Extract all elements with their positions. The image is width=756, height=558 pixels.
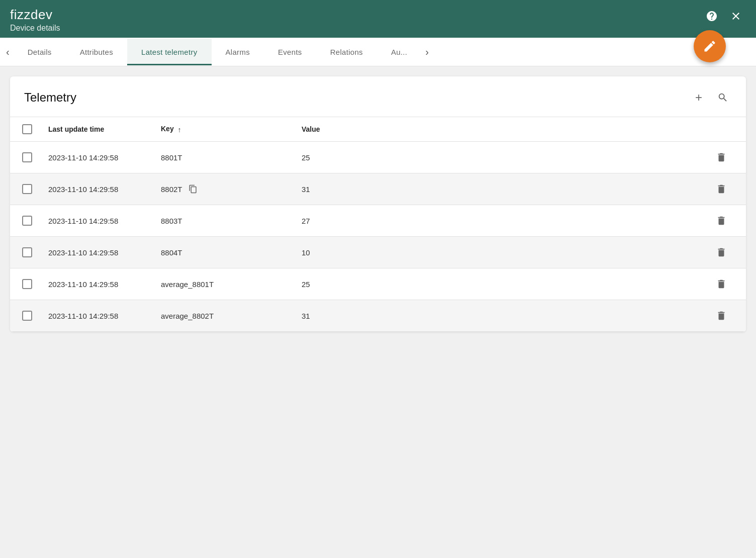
help-button[interactable] [704, 8, 720, 24]
tabs-next-button[interactable]: › [421, 38, 433, 66]
telemetry-title: Telemetry [24, 90, 76, 105]
row-actions [716, 268, 746, 300]
row-actions [716, 205, 746, 237]
row-key: 8801T [161, 142, 302, 173]
row-timestamp: 2023-11-10 14:29:58 [40, 173, 161, 205]
telemetry-actions: + [690, 88, 732, 107]
table-row: 2023-11-10 14:29:58average_8801T25 [10, 268, 746, 300]
add-icon: + [695, 91, 702, 104]
edit-fab[interactable] [694, 30, 726, 62]
header-actions [704, 8, 744, 24]
telemetry-card: Telemetry + [10, 76, 746, 332]
row-value: 27 [302, 205, 716, 237]
row-checkbox[interactable] [22, 216, 32, 226]
row-timestamp: 2023-11-10 14:29:58 [40, 300, 161, 332]
col-header-actions [716, 117, 746, 142]
search-telemetry-button[interactable] [714, 88, 732, 107]
row-timestamp: 2023-11-10 14:29:58 [40, 268, 161, 300]
row-timestamp: 2023-11-10 14:29:58 [40, 237, 161, 268]
close-button[interactable] [728, 8, 744, 24]
table-row: 2023-11-10 14:29:588801T25 [10, 142, 746, 173]
row-key: average_8801T [161, 268, 302, 300]
header: fizzdev Device details [0, 0, 756, 38]
table-body: 2023-11-10 14:29:588801T252023-11-10 14:… [10, 142, 746, 332]
row-value: 25 [302, 268, 716, 300]
delete-row-button[interactable] [716, 215, 727, 226]
delete-row-button[interactable] [716, 152, 727, 163]
row-checkbox[interactable] [22, 184, 32, 194]
table-row: 2023-11-10 14:29:588804T10 [10, 237, 746, 268]
row-value: 25 [302, 142, 716, 173]
table-row: 2023-11-10 14:29:58average_8802T31 [10, 300, 746, 332]
tabs-prev-button[interactable]: ‹ [2, 38, 14, 66]
tab-relations[interactable]: Relations [316, 39, 377, 65]
search-icon [717, 92, 728, 103]
delete-row-button[interactable] [716, 278, 727, 290]
telemetry-header: Telemetry + [10, 76, 746, 117]
row-timestamp: 2023-11-10 14:29:58 [40, 142, 161, 173]
row-actions [716, 173, 746, 205]
tab-details[interactable]: Details [14, 39, 66, 65]
copy-key-button[interactable] [187, 183, 199, 195]
col-header-value: Value [302, 117, 716, 142]
row-key: 8802T [161, 173, 302, 205]
table-row: 2023-11-10 14:29:588803T27 [10, 205, 746, 237]
row-timestamp: 2023-11-10 14:29:58 [40, 205, 161, 237]
delete-row-button[interactable] [716, 310, 727, 321]
row-checkbox[interactable] [22, 247, 32, 257]
col-header-last-update: Last update time [40, 117, 161, 142]
row-key: average_8802T [161, 300, 302, 332]
row-value: 10 [302, 237, 716, 268]
row-checkbox[interactable] [22, 152, 32, 162]
col-header-key[interactable]: Key ↑ [161, 117, 302, 142]
row-actions [716, 142, 746, 173]
delete-row-button[interactable] [716, 247, 727, 258]
row-key: 8804T [161, 237, 302, 268]
tab-alarms[interactable]: Alarms [212, 39, 264, 65]
telemetry-table: Last update time Key ↑ Value 2023-11-10 … [10, 117, 746, 332]
app-title: fizzdev [10, 7, 746, 23]
row-actions [716, 300, 746, 332]
row-value: 31 [302, 300, 716, 332]
table-header-row: Last update time Key ↑ Value [10, 117, 746, 142]
row-key: 8803T [161, 205, 302, 237]
row-checkbox[interactable] [22, 311, 32, 321]
delete-row-button[interactable] [716, 183, 727, 195]
row-value: 31 [302, 173, 716, 205]
page-subtitle: Device details [10, 24, 746, 33]
tab-latest-telemetry[interactable]: Latest telemetry [127, 39, 212, 65]
add-telemetry-button[interactable]: + [690, 88, 708, 107]
tab-attributes[interactable]: Attributes [66, 39, 127, 65]
sort-icon: ↑ [178, 126, 181, 134]
row-checkbox[interactable] [22, 279, 32, 289]
header-checkbox[interactable] [22, 124, 32, 134]
col-header-checkbox [10, 117, 40, 142]
tab-events[interactable]: Events [264, 39, 316, 65]
tab-audit[interactable]: Au... [377, 39, 421, 65]
main-content: Telemetry + [0, 66, 756, 554]
table-row: 2023-11-10 14:29:588802T31 [10, 173, 746, 205]
tabs-bar: ‹ Details Attributes Latest telemetry Al… [0, 38, 756, 66]
row-actions [716, 237, 746, 268]
